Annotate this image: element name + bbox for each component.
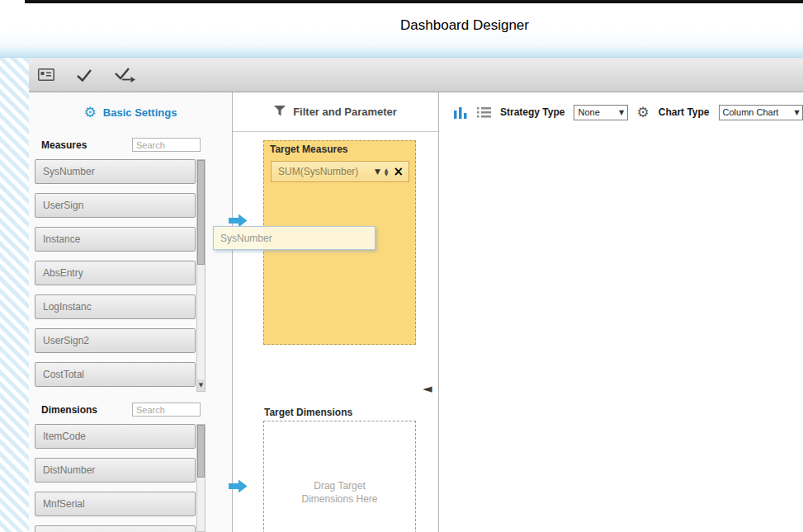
basic-settings-header: ⚙ Basic Settings (29, 92, 232, 132)
sort-order-icon[interactable]: ▲ ▼ (385, 167, 389, 176)
measures-scrollbar[interactable]: ▼ (196, 159, 205, 392)
strategy-type-select[interactable]: None ▼ (574, 105, 627, 120)
measure-list-item[interactable]: Instance (35, 227, 196, 252)
dimensions-label: Dimensions (41, 404, 97, 416)
dashboard-properties-icon[interactable] (38, 68, 54, 81)
chart-type-value: Column Chart (720, 107, 791, 117)
remove-measure-icon[interactable]: × (393, 166, 404, 178)
filter-parameter-header[interactable]: Filter and Parameter (233, 92, 438, 132)
chart-toolbar: Strategy Type None ▼ ⚙ Chart Type Column… (439, 92, 803, 132)
filter-parameter-panel: Filter and Parameter Target Measures SUM… (232, 92, 439, 532)
measure-list-item[interactable]: UserSign (35, 193, 196, 218)
list-view-icon[interactable] (477, 107, 491, 118)
dropdown-arrow-icon: ▼ (791, 109, 802, 116)
target-measure-item[interactable]: SUM(SysNumber) ▼ ▲ ▼ × (271, 161, 409, 182)
chart-type-label: Chart Type (659, 106, 710, 118)
measure-list-item[interactable]: LogInstanc (35, 294, 196, 319)
page-title: Dashboard Designer (400, 17, 529, 34)
dimensions-list: ItemCode DistNumber MnfSerial (35, 424, 196, 532)
strategy-settings-gear-icon[interactable]: ⚙ (637, 106, 649, 120)
left-striped-margin (0, 58, 29, 532)
dimensions-scrollbar[interactable] (196, 424, 205, 532)
target-measures-label: Target Measures (270, 144, 347, 155)
sort-down-icon: ▼ (385, 172, 389, 176)
dimension-list-item-partial[interactable] (35, 525, 196, 532)
measures-label: Measures (41, 139, 87, 151)
dragged-measure-label: SysNumber (220, 233, 272, 244)
dimensions-search-input[interactable] (132, 403, 201, 417)
settings-gear-icon[interactable]: ⚙ (84, 106, 97, 120)
main-toolbar (29, 58, 803, 92)
measure-list-item[interactable]: AbsEntry (35, 261, 196, 285)
target-measure-value: SUM(SysNumber) (272, 166, 373, 177)
dropdown-arrow-icon: ▼ (616, 109, 627, 116)
validate-check-icon[interactable] (76, 68, 92, 82)
measures-search-input[interactable] (132, 138, 201, 152)
apply-run-check-arrow-icon[interactable] (114, 67, 136, 82)
dragged-measure-ghost: SysNumber (213, 226, 376, 250)
scroll-down-button[interactable]: ▼ (197, 379, 205, 391)
measure-list-item[interactable]: CostTotal (35, 362, 196, 387)
dimension-list-item[interactable]: MnfSerial (35, 492, 196, 516)
assign-dimension-arrow-icon (229, 479, 248, 493)
strategy-type-value: None (574, 107, 616, 117)
dashboard-designer-window: Dashboard Designer ⚙ Basic Settings Meas… (0, 0, 803, 532)
bar-chart-view-icon[interactable] (454, 106, 468, 119)
filter-parameter-title: Filter and Parameter (293, 106, 397, 118)
dimension-list-item[interactable]: DistNumber (35, 458, 196, 483)
target-dimensions-placeholder: Drag Target Dimensions Here (264, 479, 415, 506)
measure-list-item[interactable]: SysNumber (35, 159, 196, 184)
app-header: Dashboard Designer (0, 3, 803, 47)
collapse-panel-arrow[interactable]: ◄ (423, 383, 432, 395)
basic-settings-title: Basic Settings (103, 106, 177, 119)
basic-settings-panel: ⚙ Basic Settings Measures SysNumber User… (29, 92, 232, 532)
target-dimensions-label: Target Dimensions (264, 407, 352, 418)
chart-preview-panel: Strategy Type None ▼ ⚙ Chart Type Column… (439, 92, 803, 532)
strategy-type-label: Strategy Type (500, 106, 564, 118)
target-dimensions-dropzone[interactable]: Drag Target Dimensions Here (263, 421, 416, 532)
aggregation-dropdown-icon[interactable]: ▼ (375, 167, 380, 176)
measure-list-item[interactable]: UserSign2 (35, 328, 196, 353)
chart-type-select[interactable]: Column Chart ▼ (719, 105, 803, 120)
header-divider-strip (0, 47, 803, 58)
dimension-list-item[interactable]: ItemCode (35, 424, 196, 449)
scrollbar-thumb[interactable] (197, 160, 205, 265)
scrollbar-thumb[interactable] (197, 425, 205, 478)
measures-list: SysNumber UserSign Instance AbsEntry Log… (35, 159, 196, 396)
filter-funnel-icon (274, 106, 286, 119)
